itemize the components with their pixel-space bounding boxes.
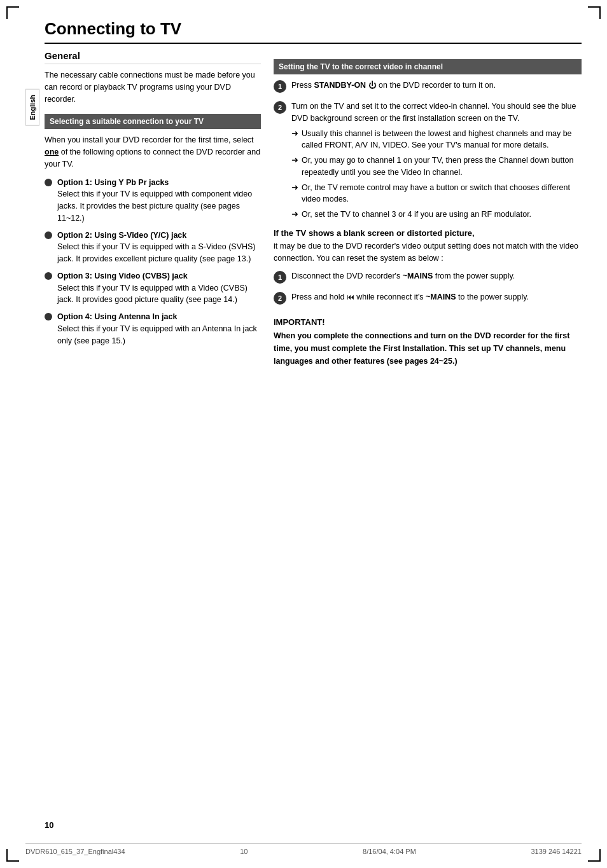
general-text: The necessary cable connections must be …: [45, 69, 261, 105]
arrow-4-icon: ➜: [291, 209, 298, 221]
blank-screen-text: it may be due to the DVD recorder's vide…: [274, 240, 582, 265]
blank-screen-heading: If the TV shows a blank screen or distor…: [274, 228, 582, 238]
option-1: Option 1: Using Y Pb Pr jacks Select thi…: [45, 177, 261, 224]
arrow-2-icon: ➜: [291, 155, 298, 167]
reset-step-2-number: 2: [274, 292, 286, 305]
option-3-text: Option 3: Using Video (CVBS) jack Select…: [57, 270, 261, 306]
footer-date: 8/16/04, 4:04 PM: [363, 848, 416, 855]
bullet-3: [45, 272, 52, 280]
arrow-item-2: ➜ Or, you may go to channel 1 on your TV…: [291, 155, 582, 179]
setting-heading: Setting the TV to the correct video in c…: [274, 59, 582, 74]
reset-step-2-text: Press and hold ⏮ while reconnect it's ~M…: [291, 291, 582, 303]
content-area: General The necessary cable connections …: [45, 50, 582, 368]
arrow-2-text: Or, you may go to channel 1 on your TV, …: [302, 155, 582, 179]
option-1-desc: Select this if your TV is equipped with …: [57, 189, 252, 223]
left-column: General The necessary cable connections …: [45, 50, 261, 368]
option-1-title: Option 1: Using Y Pb Pr jacks: [57, 178, 169, 187]
general-heading: General: [45, 50, 261, 64]
important-box: IMPORTANT! When you complete the connect…: [274, 316, 582, 368]
selecting-section: Selecting a suitable connection to your …: [45, 114, 261, 347]
step-1-text: Press STANDBY-ON ⏻ on the DVD recorder t…: [291, 79, 582, 92]
corner-mark-bl: [6, 849, 19, 862]
option-2-desc: Select this if your TV is equipped with …: [57, 242, 256, 263]
footer: DVDR610_615_37_Engfinal434 10 8/16/04, 4…: [25, 843, 582, 855]
arrow-4-text: Or, set the TV to channel 3 or 4 if you …: [302, 209, 531, 221]
arrow-1-icon: ➜: [291, 128, 298, 140]
step-2-text: Turn on the TV and set it to the correct…: [291, 100, 582, 221]
footer-catalog: 3139 246 14221: [531, 848, 582, 855]
option-4: Option 4: Using Antenna In jack Select t…: [45, 311, 261, 347]
step-2-number: 2: [274, 101, 286, 114]
option-4-text: Option 4: Using Antenna In jack Select t…: [57, 311, 261, 347]
reset-step-1-text: Disconnect the DVD recorder's ~MAINS fro…: [291, 270, 582, 282]
corner-mark-tl: [6, 6, 19, 19]
reset-step-2: 2 Press and hold ⏮ while reconnect it's …: [274, 291, 582, 305]
step-2: 2 Turn on the TV and set it to the corre…: [274, 100, 582, 221]
page-title: Connecting to TV: [45, 19, 582, 44]
option-2: Option 2: Using S-Video (Y/C) jack Selec…: [45, 230, 261, 265]
corner-mark-br: [588, 849, 601, 862]
option-4-desc: Select this if your TV is equipped with …: [57, 324, 257, 345]
arrow-3-icon: ➜: [291, 182, 298, 194]
corner-mark-tr: [588, 6, 601, 19]
bullet-2: [45, 231, 52, 239]
arrow-item-4: ➜ Or, set the TV to channel 3 or 4 if yo…: [291, 209, 582, 221]
reset-step-1: 1 Disconnect the DVD recorder's ~MAINS f…: [274, 270, 582, 284]
bullet-1: [45, 179, 52, 186]
step-1-number: 1: [274, 80, 286, 93]
bullet-4: [45, 313, 52, 320]
arrow-1-text: Usually this channel is between the lowe…: [302, 128, 582, 152]
option-3: Option 3: Using Video (CVBS) jack Select…: [45, 270, 261, 306]
selecting-text: When you install your DVD recorder for t…: [45, 134, 261, 170]
footer-filename: DVDR610_615_37_Engfinal434: [25, 848, 125, 855]
option-2-title: Option 2: Using S-Video (Y/C) jack: [57, 231, 186, 240]
option-2-text: Option 2: Using S-Video (Y/C) jack Selec…: [57, 230, 261, 265]
reset-step-1-number: 1: [274, 271, 286, 284]
option-4-title: Option 4: Using Antenna In jack: [57, 312, 177, 321]
selecting-heading: Selecting a suitable connection to your …: [45, 114, 261, 129]
important-text: When you complete the connections and tu…: [274, 329, 582, 368]
sidebar-english-label: English: [25, 89, 39, 126]
arrow-3-text: Or, the TV remote control may have a but…: [302, 182, 582, 206]
page-number: 10: [45, 820, 53, 830]
page-container: English Connecting to TV General The nec…: [0, 0, 607, 868]
arrow-item-1: ➜ Usually this channel is between the lo…: [291, 128, 582, 152]
option-3-title: Option 3: Using Video (CVBS) jack: [57, 272, 188, 280]
arrow-item-3: ➜ Or, the TV remote control may have a b…: [291, 182, 582, 206]
option-1-text: Option 1: Using Y Pb Pr jacks Select thi…: [57, 177, 261, 224]
step-1: 1 Press STANDBY-ON ⏻ on the DVD recorder…: [274, 79, 582, 93]
right-column: Setting the TV to the correct video in c…: [274, 50, 582, 368]
option-3-desc: Select this if your TV is equipped with …: [57, 284, 248, 305]
standby-symbol: ⏻: [368, 81, 377, 90]
important-title: IMPORTANT!: [274, 316, 582, 329]
footer-page: 10: [240, 848, 248, 855]
general-section: General The necessary cable connections …: [45, 50, 261, 105]
rewind-symbol: ⏮: [347, 293, 354, 301]
